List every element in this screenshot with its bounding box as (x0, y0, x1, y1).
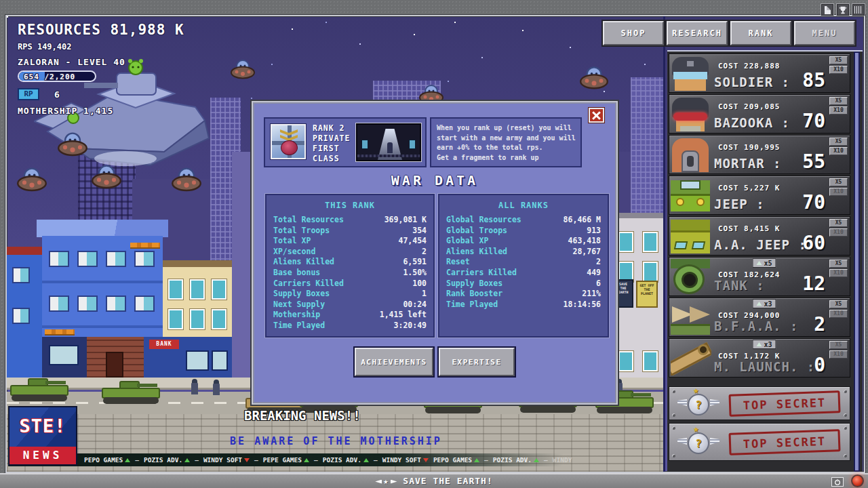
building (7, 247, 42, 378)
unit-count: 2 (814, 313, 825, 336)
alien-carrier[interactable] (172, 167, 201, 192)
unit-count: 85 (802, 69, 825, 92)
taskbar: ★ SAVE THE EARTH! (0, 473, 868, 488)
modal-title: WAR DATA (253, 172, 616, 188)
multiplier-badge: x3 (752, 299, 776, 308)
taskbar-title: ★ SAVE THE EARTH! (0, 476, 868, 486)
rp-chip[interactable]: RP (18, 88, 39, 100)
trend-up-icon (534, 458, 539, 462)
unit-name: JEEP : (714, 197, 765, 211)
buy-x10-button[interactable]: X10 (829, 66, 848, 74)
unit-card-missile-launcher[interactable]: x3 COST 1,172 K M. LAUNCH. : 0 X5 X10 (669, 338, 850, 378)
buy-x5-button[interactable]: X5 (829, 138, 848, 146)
mortar-portrait (671, 137, 711, 172)
storefront (87, 337, 144, 378)
expertise-button[interactable]: EXPERTISE (439, 348, 515, 376)
rank-up-info-box: When you rank up (reset) you will start … (430, 117, 582, 167)
close-icon[interactable] (589, 108, 604, 123)
desktop-corner-icons (821, 3, 865, 16)
upgrade-arrow-icon (756, 261, 762, 265)
unit-card-jeep[interactable]: COST 5,227 K JEEP : 70 X5 X10 (669, 176, 850, 215)
billboard-get-off: GET OFF THE PLANET (636, 281, 658, 308)
buy-x5-button[interactable]: X5 (829, 300, 848, 308)
unit-name: MORTAR : (714, 156, 782, 171)
wing-left-icon (375, 480, 382, 484)
alien-carrier[interactable] (580, 66, 608, 89)
top-secret-stamp: TOP SECRET (728, 390, 840, 417)
unit-card-bfaa[interactable]: x3 COST 294,000 B.F.A.A. : 2 X5 X10 (669, 298, 850, 337)
ticker-item: WINDY (553, 456, 572, 464)
upgrade-arrow-icon (756, 342, 762, 346)
mothership-line: MOTHERSHIP 1,415 (18, 106, 184, 116)
buy-x10-button[interactable]: X10 (829, 106, 848, 115)
buy-x10-button[interactable]: X10 (829, 350, 848, 359)
buy-x5-button[interactable]: X5 (829, 97, 848, 105)
buy-x10-button[interactable]: X10 (829, 310, 848, 318)
unit-count: 70 (802, 110, 825, 132)
news-ticker: PEPO GAMES – POZIS ADV. – WINDY SOFT – P… (8, 453, 661, 466)
buy-x10-button[interactable]: X10 (829, 269, 848, 277)
buy-x5-button[interactable]: X5 (829, 56, 848, 64)
rank-info-box: RANK 2 PRIVATE FIRST CLASS (264, 117, 427, 167)
resources-value: 81,988 K (110, 22, 184, 38)
alert-button[interactable] (851, 474, 864, 487)
resources-line: RESOURCES 81,988 K (18, 22, 184, 38)
notes-icon[interactable] (821, 3, 834, 16)
top-secret-slot[interactable]: ★ ? TOP SECRET (669, 386, 850, 420)
ticker-item: WINDY SOFT (203, 456, 250, 464)
hud: RESOURCES 81,988 K RPS 149,402 ZALORAN -… (18, 22, 184, 116)
soldier-portrait (671, 56, 711, 91)
star-icon: ★ (380, 476, 391, 486)
buy-x10-button[interactable]: X10 (829, 147, 848, 155)
breaking-news-title: BREAKING NEWS!! (244, 408, 361, 423)
buy-x5-button[interactable]: X5 (829, 341, 848, 349)
buy-x10-button[interactable]: X10 (829, 228, 848, 237)
menu-button[interactable]: MENU (794, 21, 855, 45)
ste-logo: STE! (9, 407, 76, 447)
unit-card-bazooka[interactable]: COST 209,085 BAZOOKA : 70 X5 X10 (669, 94, 850, 134)
bazooka-portrait (671, 96, 711, 131)
rank-scene-thumbnail (356, 123, 421, 161)
buy-x5-button[interactable]: X5 (829, 219, 848, 227)
unit-name: A.A. JEEP : (714, 237, 807, 252)
unit-name: BAZOOKA : (714, 115, 790, 130)
multiplier-badge: x5 (752, 258, 776, 268)
rank-button[interactable]: RANK (730, 21, 791, 45)
unit-name: B.F.A.A. : (714, 319, 798, 333)
unit-name: SOLDIER : (714, 75, 790, 89)
ticker-item: WINDY SOFT (382, 456, 429, 464)
research-button[interactable]: RESEARCH (667, 21, 728, 45)
trophy-icon[interactable] (836, 3, 850, 16)
game-window: BANK (5, 15, 865, 473)
mystery-badge-icon: ★ ? (679, 390, 718, 418)
mystery-badge-icon: ★ ? (679, 428, 718, 457)
unit-name: TANK : (714, 278, 765, 293)
player-level: ZALORAN - LEVEL 40 (18, 57, 184, 67)
unit-card-aa-jeep[interactable]: COST 8,415 K A.A. JEEP : 60 X5 X10 (669, 216, 850, 256)
unit-cost: COST 5,227 K (718, 184, 780, 192)
buy-x10-button[interactable]: X10 (829, 188, 848, 196)
unit-card-tank[interactable]: x5 COST 182,624 TANK : 12 X5 X10 (669, 257, 850, 296)
sidebar-scroll-strip[interactable] (854, 52, 860, 472)
stats-icon[interactable] (852, 3, 865, 16)
alien-carrier[interactable] (231, 59, 255, 79)
top-secret-slot[interactable]: ★ ? TOP SECRET (669, 423, 850, 461)
buy-x5-button[interactable]: X5 (829, 178, 848, 186)
alien-carrier[interactable] (58, 131, 87, 157)
apartment-building (42, 236, 163, 337)
unit-card-mortar[interactable]: COST 190,995 MORTAR : 55 X5 X10 (669, 135, 850, 174)
desktop: BANK (0, 0, 868, 488)
unit-count: 0 (814, 354, 825, 376)
alien-carrier[interactable] (17, 167, 47, 192)
alien-carrier[interactable] (92, 164, 121, 189)
building-roof (37, 220, 168, 237)
achievements-button[interactable]: ACHIEVEMENTS (355, 348, 433, 376)
power-icon[interactable] (831, 477, 844, 487)
trend-up-icon (363, 458, 369, 462)
shop-button[interactable]: SHOP (603, 21, 664, 45)
storefront (42, 337, 87, 378)
buy-x5-button[interactable]: X5 (829, 260, 848, 268)
unit-card-soldier[interactable]: COST 228,888 SOLDIER : 85 X5 X10 (669, 54, 850, 93)
unit-count: 12 (802, 272, 825, 295)
army-truck (10, 374, 68, 401)
